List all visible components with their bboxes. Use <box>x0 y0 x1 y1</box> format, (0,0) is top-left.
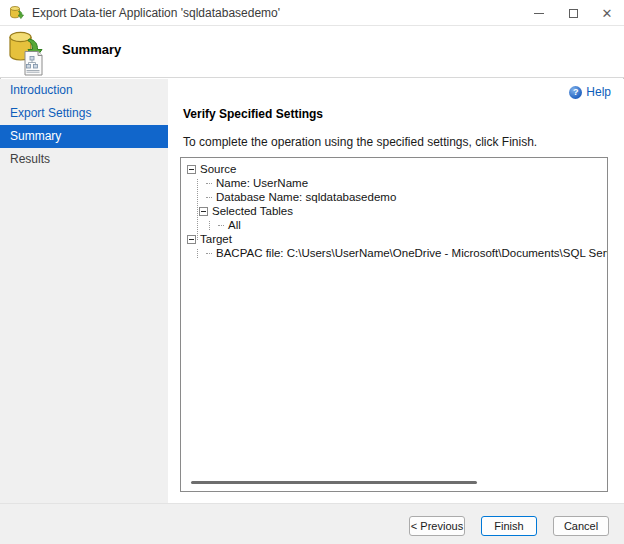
help-icon: ? <box>569 86 582 99</box>
title-bar: Export Data-tier Application 'sqldatabas… <box>0 0 624 26</box>
document-glyph <box>25 52 42 76</box>
window-controls: ✕ <box>522 0 624 26</box>
maximize-icon <box>569 9 578 18</box>
minimize-button[interactable] <box>522 0 556 26</box>
summary-tree: Source Name: UserName Database Name: sql… <box>187 162 607 260</box>
wizard-step-nav: Introduction Export Settings Summary Res… <box>0 79 168 503</box>
wizard-header: Summary <box>0 26 624 78</box>
cancel-button[interactable]: Cancel <box>553 516 609 536</box>
tree-connector <box>206 183 212 184</box>
sidebar-item-summary[interactable]: Summary <box>0 125 168 148</box>
collapse-icon[interactable] <box>187 165 196 174</box>
close-button[interactable]: ✕ <box>590 0 624 26</box>
tree-connector <box>206 253 212 254</box>
tree-connector <box>218 225 224 226</box>
section-heading: Verify Specified Settings <box>183 107 323 121</box>
page-title: Summary <box>62 42 121 57</box>
tree-connector <box>206 197 212 198</box>
sidebar-item-introduction[interactable]: Introduction <box>0 79 168 102</box>
help-link[interactable]: ? Help <box>569 85 611 99</box>
tree-node-all[interactable]: All <box>187 218 607 232</box>
main-content: ? Help Verify Specified Settings To comp… <box>168 79 624 503</box>
section-instruction: To complete the operation using the spec… <box>183 135 537 149</box>
finish-button[interactable]: Finish <box>481 516 537 536</box>
horizontal-scrollbar[interactable] <box>191 481 477 484</box>
collapse-icon[interactable] <box>187 235 196 244</box>
help-label: Help <box>586 85 611 99</box>
collapse-icon[interactable] <box>199 207 208 216</box>
tree-node-bacpac-file[interactable]: BACPAC file: C:\Users\UserName\OneDrive … <box>187 246 607 260</box>
maximize-button[interactable] <box>556 0 590 26</box>
close-icon: ✕ <box>602 7 613 20</box>
window-title: Export Data-tier Application 'sqldatabas… <box>32 6 280 20</box>
tree-node-name[interactable]: Name: UserName <box>187 176 607 190</box>
tree-node-selected-tables[interactable]: Selected Tables <box>187 204 607 218</box>
tree-node-source[interactable]: Source <box>187 162 607 176</box>
tree-node-database-name[interactable]: Database Name: sqldatabasedemo <box>187 190 607 204</box>
sidebar-item-results[interactable]: Results <box>0 148 168 171</box>
database-export-icon <box>8 30 48 76</box>
summary-tree-panel[interactable]: Source Name: UserName Database Name: sql… <box>180 157 608 492</box>
tree-guide-line <box>209 221 210 230</box>
minimize-icon <box>534 13 544 14</box>
export-dtа-icon <box>9 5 25 21</box>
tree-guide-line <box>197 179 198 240</box>
tree-node-target[interactable]: Target <box>187 232 607 246</box>
button-bar: < Previous Finish Cancel <box>0 503 624 544</box>
tree-guide-line <box>197 249 198 258</box>
sidebar-item-export-settings[interactable]: Export Settings <box>0 102 168 125</box>
previous-button[interactable]: < Previous <box>409 516 465 536</box>
